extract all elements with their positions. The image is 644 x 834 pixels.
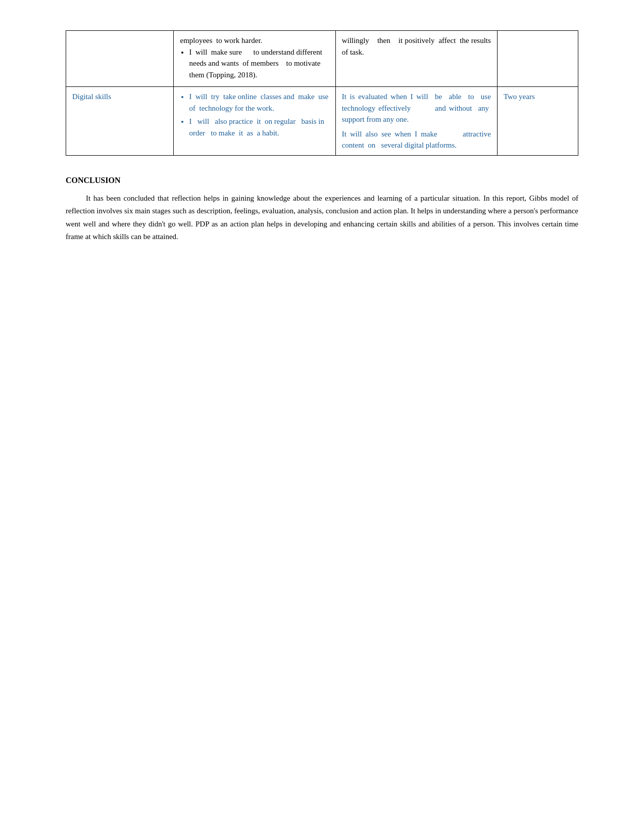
- cell-text-employees: employees to work harder.: [180, 35, 329, 47]
- list-item-online-classes: I will try take online classes and make …: [189, 91, 329, 114]
- cell-timeframe-empty: [497, 31, 578, 87]
- cell-text-also-see: It will also see when I make attractive …: [342, 128, 491, 151]
- cell-text-evaluated: It is evaluated when I will be able to u…: [342, 91, 491, 125]
- skills-table: employees to work harder. I will make su…: [66, 30, 578, 156]
- conclusion-title: CONCLUSION: [66, 176, 578, 185]
- cell-skill-empty: [66, 31, 174, 87]
- cell-skill-digital: Digital skills: [66, 87, 174, 156]
- conclusion-paragraph: It has been concluded that reflection he…: [66, 192, 578, 244]
- skill-label-digital: Digital skills: [72, 92, 111, 101]
- list-item-practice: I will also practice it on regular basis…: [189, 116, 329, 138]
- cell-actions-digital: I will try take online classes and make …: [174, 87, 335, 156]
- table-row-continuation: employees to work harder. I will make su…: [66, 31, 578, 87]
- bullet-list-digital: I will try take online classes and make …: [180, 91, 329, 138]
- cell-actions-continuation: employees to work harder. I will make su…: [174, 31, 335, 87]
- bullet-list-continuation: I will make sure to understand different…: [180, 47, 329, 81]
- conclusion-section: CONCLUSION It has been concluded that re…: [66, 176, 578, 244]
- timeframe-label-digital: Two years: [504, 92, 535, 101]
- cell-timeframe-digital: Two years: [497, 87, 578, 156]
- page: employees to work harder. I will make su…: [0, 0, 644, 834]
- list-item-make-sure: I will make sure to understand different…: [189, 47, 329, 81]
- cell-evaluation-digital: It is evaluated when I will be able to u…: [335, 87, 497, 156]
- cell-text-willingly: willingly then it positively affect the …: [342, 35, 491, 58]
- table-row-digital: Digital skills I will try take online cl…: [66, 87, 578, 156]
- cell-evaluation-continuation: willingly then it positively affect the …: [335, 31, 497, 87]
